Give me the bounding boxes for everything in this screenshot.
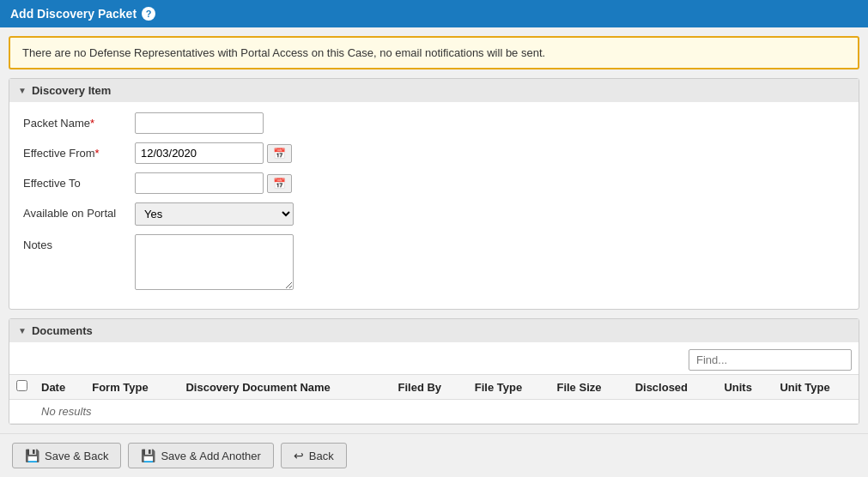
footer: 💾 Save & Back 💾 Save & Add Another ↩ Bac… — [0, 433, 868, 477]
page-header: Add Discovery Packet ? — [0, 0, 868, 27]
col-date: Date — [34, 375, 85, 400]
effective-to-calendar-button[interactable]: 📅 — [267, 174, 292, 193]
back-label: Back — [309, 450, 334, 462]
effective-to-input[interactable] — [135, 172, 264, 194]
select-all-checkbox-col — [9, 375, 34, 400]
chevron-down-icon: ▼ — [18, 86, 27, 95]
back-button[interactable]: ↩ Back — [281, 443, 347, 468]
effective-from-calendar-button[interactable]: 📅 — [267, 144, 292, 163]
col-disclosed: Disclosed — [628, 375, 718, 400]
discovery-section-label: Discovery Item — [32, 84, 112, 97]
documents-toolbar — [9, 342, 859, 374]
col-file-size: File Size — [549, 375, 628, 400]
available-on-portal-row: Available on Portal Yes No — [23, 202, 845, 226]
save-back-label: Save & Back — [45, 450, 108, 462]
chevron-down-icon-docs: ▼ — [18, 326, 27, 335]
effective-from-wrapper: 📅 — [135, 142, 292, 164]
packet-name-label: Packet Name* — [23, 112, 135, 130]
packet-name-input[interactable] — [135, 112, 264, 134]
find-input[interactable] — [689, 349, 852, 371]
select-all-checkbox[interactable] — [16, 380, 27, 391]
effective-to-wrapper: 📅 — [135, 172, 292, 194]
effective-to-row: Effective To 📅 — [23, 172, 845, 194]
documents-section-header[interactable]: ▼ Documents — [9, 319, 859, 342]
col-unit-type: Unit Type — [773, 375, 859, 400]
col-file-type: File Type — [468, 375, 550, 400]
documents-section: ▼ Documents Date Form Type Discovery Doc… — [9, 318, 859, 425]
help-icon[interactable]: ? — [142, 7, 155, 21]
discovery-section-body: Packet Name* Effective From* 📅 Effective… — [9, 102, 859, 309]
no-results-text: No results — [34, 400, 859, 424]
col-filed-by: Filed By — [392, 375, 468, 400]
col-form-type: Form Type — [85, 375, 179, 400]
effective-from-input[interactable] — [135, 142, 264, 164]
discovery-section: ▼ Discovery Item Packet Name* Effective … — [9, 78, 859, 310]
documents-table: Date Form Type Discovery Document Name F… — [9, 374, 859, 424]
page-title: Add Discovery Packet — [10, 7, 137, 21]
effective-from-label: Effective From* — [23, 142, 135, 160]
available-on-portal-select[interactable]: Yes No — [135, 202, 294, 226]
back-icon: ↩ — [294, 449, 304, 462]
notes-textarea[interactable] — [135, 234, 294, 290]
table-header-row: Date Form Type Discovery Document Name F… — [9, 375, 859, 400]
save-add-another-icon: 💾 — [141, 449, 155, 462]
save-back-button[interactable]: 💾 Save & Back — [12, 443, 121, 468]
effective-from-row: Effective From* 📅 — [23, 142, 845, 164]
save-add-another-button[interactable]: 💾 Save & Add Another — [128, 443, 273, 468]
warning-message: There are no Defense Representatives wit… — [22, 46, 545, 59]
packet-name-row: Packet Name* — [23, 112, 845, 134]
warning-banner: There are no Defense Representatives wit… — [9, 36, 859, 69]
notes-row: Notes — [23, 234, 845, 290]
available-on-portal-label: Available on Portal — [23, 202, 135, 220]
notes-label: Notes — [23, 234, 135, 251]
discovery-section-header[interactable]: ▼ Discovery Item — [9, 79, 859, 102]
col-document-name: Discovery Document Name — [179, 375, 391, 400]
save-add-another-label: Save & Add Another — [161, 450, 260, 462]
effective-to-label: Effective To — [23, 172, 135, 190]
documents-section-label: Documents — [32, 324, 93, 337]
no-results-row: No results — [9, 400, 859, 424]
col-units: Units — [717, 375, 773, 400]
save-back-icon: 💾 — [25, 449, 39, 462]
